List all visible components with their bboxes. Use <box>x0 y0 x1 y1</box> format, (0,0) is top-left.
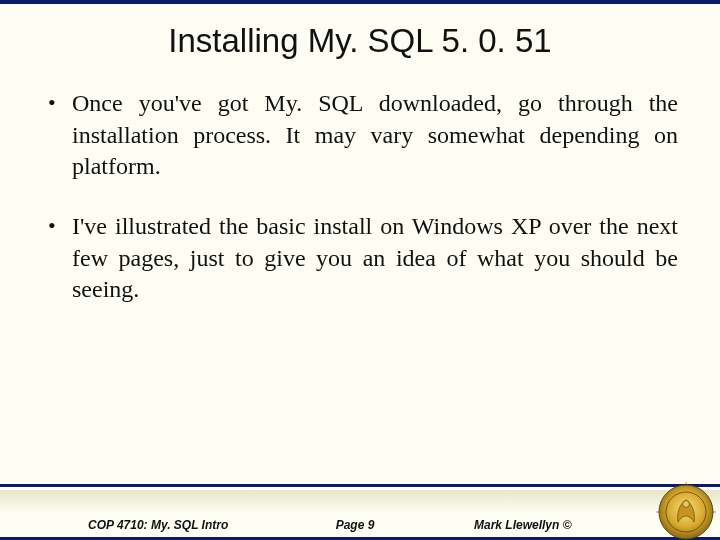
ucf-seal-icon <box>656 482 716 540</box>
footer-text-row: COP 4710: My. SQL Intro Page 9 Mark Llew… <box>0 518 720 532</box>
footer-page: Page 9 <box>266 518 444 532</box>
footer-author: Mark Llewellyn © <box>444 518 652 532</box>
svg-point-6 <box>683 501 690 508</box>
bullet-marker: • <box>42 88 72 118</box>
slide: Installing My. SQL 5. 0. 51 • Once you'v… <box>0 0 720 540</box>
footer-course: COP 4710: My. SQL Intro <box>88 518 266 532</box>
bullet-marker: • <box>42 211 72 241</box>
bullet-item: • Once you've got My. SQL downloaded, go… <box>42 88 678 183</box>
slide-title: Installing My. SQL 5. 0. 51 <box>0 22 720 60</box>
bullet-text: Once you've got My. SQL downloaded, go t… <box>72 88 678 183</box>
bullet-item: • I've illustrated the basic install on … <box>42 211 678 306</box>
bullet-text: I've illustrated the basic install on Wi… <box>72 211 678 306</box>
slide-footer: COP 4710: My. SQL Intro Page 9 Mark Llew… <box>0 484 720 540</box>
slide-content: • Once you've got My. SQL downloaded, go… <box>0 60 720 540</box>
